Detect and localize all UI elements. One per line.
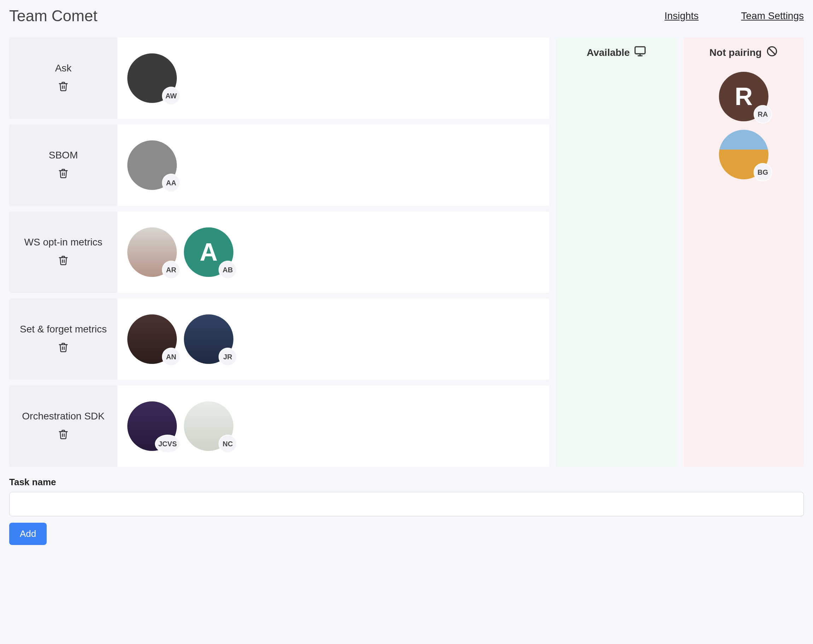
avatar[interactable]: RRA	[719, 72, 769, 121]
delete-task-button[interactable]	[57, 80, 70, 94]
task-people-area[interactable]: AW	[117, 37, 549, 119]
task-people-area[interactable]: ANJR	[117, 299, 549, 380]
task-row: Orchestration SDKJCVSNC	[9, 385, 549, 467]
delete-task-button[interactable]	[57, 340, 70, 355]
avatar-initials-badge: AA	[162, 174, 180, 192]
avatar[interactable]: AN	[127, 314, 177, 364]
add-button[interactable]: Add	[9, 523, 47, 545]
svg-rect-0	[635, 47, 645, 54]
avatar-initials-badge: AN	[162, 348, 180, 366]
monitor-icon	[634, 45, 646, 60]
avatar[interactable]: AA	[127, 140, 177, 190]
task-label-cell: Orchestration SDK	[9, 385, 117, 467]
task-label-cell: WS opt-in metrics	[9, 212, 117, 293]
avatar-initials-badge: BG	[753, 163, 772, 181]
avatar-initials-badge: JCVS	[155, 435, 180, 453]
task-row: AskAW	[9, 37, 549, 119]
delete-task-button[interactable]	[57, 428, 70, 442]
task-label-cell: Set & forget metrics	[9, 299, 117, 380]
delete-task-button[interactable]	[57, 167, 70, 181]
avatar-initials-badge: AW	[162, 87, 180, 105]
task-name-label: Task name	[9, 477, 804, 488]
available-title: Available	[587, 47, 630, 58]
task-people-area[interactable]: ARAAB	[117, 212, 549, 293]
avatar[interactable]: AAB	[184, 227, 233, 277]
task-name: SBOM	[49, 150, 78, 161]
task-row: SBOMAA	[9, 124, 549, 206]
avatar-initials-badge: JR	[219, 348, 237, 366]
task-label-cell: SBOM	[9, 124, 117, 206]
task-row: WS opt-in metricsARAAB	[9, 212, 549, 293]
avatar[interactable]: JR	[184, 314, 233, 364]
insights-link[interactable]: Insights	[664, 10, 699, 21]
task-name: Set & forget metrics	[20, 324, 107, 335]
trash-icon	[58, 348, 69, 354]
team-title: Team Comet	[9, 7, 97, 25]
avatar-initials-badge: RA	[753, 105, 772, 123]
task-name: WS opt-in metrics	[25, 236, 103, 248]
avatar[interactable]: JCVS	[127, 402, 177, 451]
avatar[interactable]: NC	[184, 402, 233, 451]
available-column[interactable]: Available	[556, 37, 676, 467]
avatar-initials-badge: NC	[219, 435, 237, 453]
task-row: Set & forget metricsANJR	[9, 299, 549, 380]
task-label-cell: Ask	[9, 37, 117, 119]
team-settings-link[interactable]: Team Settings	[741, 10, 804, 21]
trash-icon	[58, 261, 69, 267]
trash-icon	[58, 174, 69, 179]
task-name: Ask	[55, 63, 72, 74]
task-people-area[interactable]: AA	[117, 124, 549, 206]
task-name-input[interactable]	[9, 492, 804, 516]
not-pairing-title: Not pairing	[709, 47, 762, 58]
avatar[interactable]: AW	[127, 54, 177, 103]
avatar-initials-badge: AR	[162, 261, 180, 279]
trash-icon	[58, 435, 69, 441]
task-name: Orchestration SDK	[22, 411, 104, 422]
task-people-area[interactable]: JCVSNC	[117, 385, 549, 467]
avatar[interactable]: BG	[719, 130, 769, 179]
avatar-initials-badge: AB	[219, 261, 237, 279]
delete-task-button[interactable]	[57, 254, 70, 268]
avatar[interactable]: AR	[127, 227, 177, 277]
trash-icon	[58, 87, 69, 93]
not-pairing-column[interactable]: Not pairing RRABG	[684, 37, 804, 467]
svg-line-4	[769, 48, 775, 54]
prohibit-icon	[766, 45, 778, 60]
